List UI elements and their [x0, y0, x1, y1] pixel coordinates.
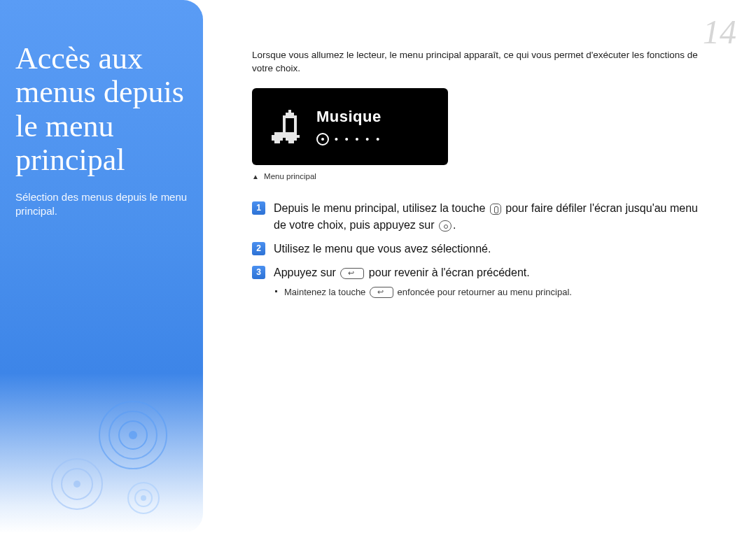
svg-rect-18: [294, 115, 297, 118]
content-area: Lorsque vous allumez le lecteur, le menu…: [252, 49, 728, 306]
svg-rect-36: [294, 132, 297, 135]
svg-rect-39: [277, 135, 280, 138]
decorative-circles-icon: [28, 393, 182, 519]
screen-text-block: Musique • • • • •: [316, 108, 382, 145]
svg-rect-28: [294, 129, 297, 132]
svg-point-3: [129, 431, 137, 439]
svg-rect-27: [283, 129, 286, 132]
svg-rect-29: [274, 132, 277, 135]
svg-rect-40: [280, 135, 283, 138]
svg-rect-51: [286, 138, 288, 141]
svg-rect-45: [294, 135, 297, 138]
svg-rect-34: [288, 132, 291, 135]
svg-rect-56: [277, 141, 280, 143]
center-button-icon: [439, 220, 451, 232]
svg-rect-44: [291, 135, 294, 138]
svg-rect-58: [291, 141, 294, 143]
svg-rect-38: [274, 135, 277, 138]
svg-rect-16: [288, 115, 291, 118]
step-text: Depuis le menu principal, utilisez la to…: [274, 200, 700, 234]
music-note-icon: [265, 107, 304, 146]
svg-point-2: [119, 421, 147, 449]
intro-paragraph: Lorsque vous allumez le lecteur, le menu…: [252, 49, 700, 76]
step-sub-bullet: Maintenez la touche enfoncée pour retour…: [274, 285, 700, 299]
caption-text: Menu principal: [264, 172, 316, 180]
svg-rect-25: [283, 127, 286, 129]
svg-point-7: [128, 483, 159, 513]
svg-rect-26: [294, 127, 297, 129]
svg-rect-33: [286, 132, 288, 135]
figure-caption: ▲ Menu principal: [252, 172, 728, 180]
step-text: Utilisez le menu que vous avez sélection…: [274, 241, 700, 257]
back-button-icon: [340, 268, 364, 279]
svg-rect-31: [280, 132, 283, 135]
step-text: Appuyez sur pour revenir à l'écran précé…: [274, 264, 700, 299]
svg-point-6: [74, 481, 80, 488]
svg-rect-55: [274, 141, 277, 143]
page-subtitle: Sélection des menus depuis le menu princ…: [15, 190, 190, 219]
step-1: 1 Depuis le menu principal, utilisez la …: [252, 200, 700, 234]
sub-bullet-text: Maintenez la touche enfoncée pour retour…: [284, 285, 572, 299]
bullet-dot-icon: [275, 290, 277, 292]
svg-rect-50: [280, 138, 283, 141]
step-number-badge: 2: [252, 242, 265, 255]
screen-menu-title: Musique: [316, 108, 382, 126]
svg-point-0: [99, 401, 167, 469]
svg-rect-12: [288, 113, 291, 115]
page-number: 14: [703, 13, 736, 51]
svg-rect-42: [286, 135, 288, 138]
svg-point-8: [135, 490, 152, 506]
svg-rect-19: [283, 118, 286, 121]
svg-rect-22: [294, 121, 297, 124]
svg-rect-17: [291, 115, 294, 118]
device-screen-mock: Musique • • • • •: [252, 88, 448, 165]
page-title: Accès aux menus depuis le menu principal: [15, 42, 190, 178]
svg-rect-54: [294, 138, 297, 141]
svg-rect-11: [286, 113, 288, 115]
step-2: 2 Utilisez le menu que vous avez sélecti…: [252, 241, 700, 257]
svg-rect-15: [286, 115, 288, 118]
disc-icon: [316, 133, 329, 145]
sidebar-panel: Accès aux menus depuis le menu principal…: [0, 0, 203, 533]
svg-rect-20: [294, 118, 297, 121]
screen-indicator-row: • • • • •: [316, 133, 382, 145]
svg-point-5: [62, 469, 92, 499]
svg-rect-23: [283, 124, 286, 127]
page-indicator-dots: • • • • •: [335, 134, 382, 145]
step-number-badge: 1: [252, 201, 265, 215]
svg-rect-46: [297, 135, 300, 138]
svg-rect-30: [277, 132, 280, 135]
svg-rect-14: [283, 115, 286, 118]
svg-rect-43: [288, 135, 291, 138]
caption-marker-icon: ▲: [252, 173, 259, 180]
svg-rect-49: [277, 138, 280, 141]
svg-rect-24: [294, 124, 297, 127]
svg-point-4: [52, 459, 102, 509]
step-3: 3 Appuyez sur pour revenir à l'écran pré…: [252, 264, 700, 299]
svg-rect-21: [283, 121, 286, 124]
svg-rect-13: [291, 113, 294, 115]
svg-rect-53: [291, 138, 294, 141]
svg-rect-37: [272, 135, 274, 138]
scroll-button-icon: [490, 204, 501, 215]
svg-point-9: [141, 495, 146, 501]
svg-rect-48: [274, 138, 277, 141]
svg-rect-57: [288, 141, 291, 143]
svg-rect-52: [288, 138, 291, 141]
instruction-steps: 1 Depuis le menu principal, utilisez la …: [252, 200, 700, 299]
svg-rect-10: [288, 110, 291, 113]
svg-rect-47: [272, 138, 274, 141]
svg-rect-41: [283, 135, 286, 138]
svg-rect-35: [291, 132, 294, 135]
svg-point-1: [109, 411, 157, 459]
back-button-icon: [370, 287, 393, 298]
step-number-badge: 3: [252, 266, 265, 279]
svg-rect-32: [283, 132, 286, 135]
